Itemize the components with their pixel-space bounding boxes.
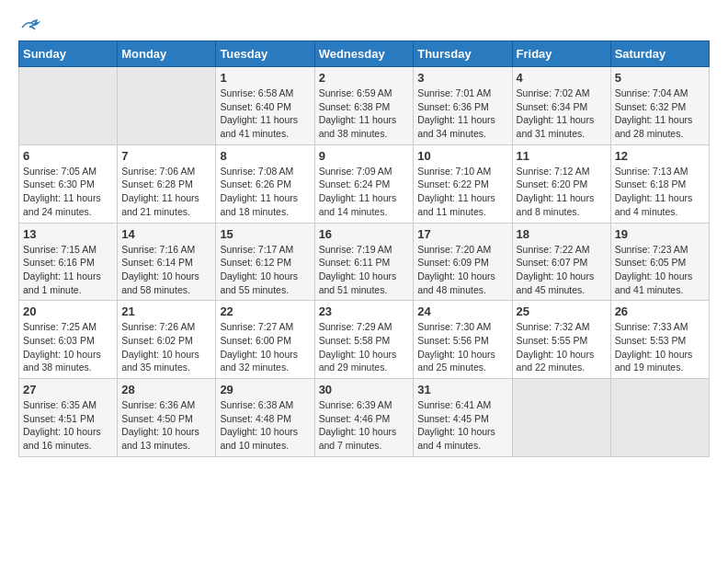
calendar-cell: 10Sunrise: 7:10 AM Sunset: 6:22 PM Dayli… [414, 144, 512, 223]
calendar-cell: 23Sunrise: 7:29 AM Sunset: 5:58 PM Dayli… [314, 301, 414, 379]
day-info: Sunrise: 7:25 AM Sunset: 6:03 PM Dayligh… [23, 320, 113, 374]
day-info: Sunrise: 7:32 AM Sunset: 5:55 PM Dayligh… [517, 320, 607, 374]
day-info: Sunrise: 7:20 AM Sunset: 6:09 PM Dayligh… [417, 243, 507, 297]
calendar-week-row: 27Sunrise: 6:35 AM Sunset: 4:51 PM Dayli… [19, 379, 710, 457]
calendar-cell: 8Sunrise: 7:08 AM Sunset: 6:26 PM Daylig… [216, 144, 314, 223]
day-number: 5 [615, 71, 705, 85]
calendar-cell: 12Sunrise: 7:13 AM Sunset: 6:18 PM Dayli… [610, 144, 709, 223]
logo [18, 18, 40, 31]
day-number: 6 [23, 149, 113, 163]
day-info: Sunrise: 7:05 AM Sunset: 6:30 PM Dayligh… [23, 165, 113, 219]
calendar-cell: 21Sunrise: 7:26 AM Sunset: 6:02 PM Dayli… [118, 301, 216, 379]
day-number: 23 [319, 304, 410, 318]
day-info: Sunrise: 7:08 AM Sunset: 6:26 PM Dayligh… [220, 165, 310, 219]
calendar-cell: 16Sunrise: 7:19 AM Sunset: 6:11 PM Dayli… [314, 223, 414, 301]
day-info: Sunrise: 6:35 AM Sunset: 4:51 PM Dayligh… [23, 398, 113, 453]
weekday-header: Friday [512, 41, 610, 67]
day-info: Sunrise: 7:16 AM Sunset: 6:14 PM Dayligh… [121, 243, 211, 297]
day-info: Sunrise: 7:01 AM Sunset: 6:36 PM Dayligh… [417, 86, 507, 141]
calendar-cell: 7Sunrise: 7:06 AM Sunset: 6:28 PM Daylig… [118, 144, 216, 223]
calendar-cell [118, 67, 216, 145]
day-info: Sunrise: 7:04 AM Sunset: 6:32 PM Dayligh… [615, 86, 705, 141]
day-info: Sunrise: 7:15 AM Sunset: 6:16 PM Dayligh… [23, 243, 113, 297]
day-number: 9 [319, 149, 410, 163]
day-number: 29 [220, 383, 310, 396]
day-number: 4 [517, 71, 607, 85]
day-info: Sunrise: 7:17 AM Sunset: 6:12 PM Dayligh… [220, 243, 310, 297]
day-info: Sunrise: 6:39 AM Sunset: 4:46 PM Dayligh… [319, 398, 410, 453]
day-number: 3 [417, 71, 507, 85]
day-number: 1 [220, 71, 310, 85]
day-number: 21 [121, 304, 211, 318]
day-number: 11 [517, 149, 607, 163]
day-number: 14 [121, 227, 211, 241]
calendar-cell: 22Sunrise: 7:27 AM Sunset: 6:00 PM Dayli… [216, 301, 314, 379]
day-number: 7 [121, 149, 211, 163]
day-number: 22 [220, 304, 310, 318]
calendar-cell [19, 67, 118, 145]
calendar-cell [610, 379, 709, 457]
day-info: Sunrise: 7:10 AM Sunset: 6:22 PM Dayligh… [417, 165, 507, 219]
day-number: 2 [319, 71, 410, 85]
calendar-week-row: 13Sunrise: 7:15 AM Sunset: 6:16 PM Dayli… [19, 223, 710, 301]
calendar-cell: 17Sunrise: 7:20 AM Sunset: 6:09 PM Dayli… [414, 223, 512, 301]
day-number: 18 [517, 227, 607, 241]
day-number: 10 [417, 149, 507, 163]
calendar-cell: 31Sunrise: 6:41 AM Sunset: 4:45 PM Dayli… [414, 379, 512, 457]
day-info: Sunrise: 7:22 AM Sunset: 6:07 PM Dayligh… [517, 243, 607, 297]
day-info: Sunrise: 6:58 AM Sunset: 6:40 PM Dayligh… [220, 86, 310, 141]
day-number: 31 [417, 383, 507, 396]
day-info: Sunrise: 7:12 AM Sunset: 6:20 PM Dayligh… [517, 165, 607, 219]
day-number: 27 [23, 383, 113, 396]
weekday-header: Tuesday [216, 41, 314, 67]
calendar-cell: 6Sunrise: 7:05 AM Sunset: 6:30 PM Daylig… [19, 144, 118, 223]
day-info: Sunrise: 7:27 AM Sunset: 6:00 PM Dayligh… [220, 320, 310, 374]
day-info: Sunrise: 7:23 AM Sunset: 6:05 PM Dayligh… [615, 243, 705, 297]
calendar-cell: 1Sunrise: 6:58 AM Sunset: 6:40 PM Daylig… [216, 67, 314, 145]
calendar-cell: 2Sunrise: 6:59 AM Sunset: 6:38 PM Daylig… [314, 67, 414, 145]
calendar-week-row: 1Sunrise: 6:58 AM Sunset: 6:40 PM Daylig… [19, 67, 710, 145]
calendar-table: SundayMondayTuesdayWednesdayThursdayFrid… [18, 40, 710, 457]
day-info: Sunrise: 7:26 AM Sunset: 6:02 PM Dayligh… [121, 320, 211, 374]
calendar-cell: 30Sunrise: 6:39 AM Sunset: 4:46 PM Dayli… [314, 379, 414, 457]
day-number: 13 [23, 227, 113, 241]
day-number: 15 [220, 227, 310, 241]
day-number: 20 [23, 304, 113, 318]
day-number: 17 [417, 227, 507, 241]
day-number: 24 [417, 304, 507, 318]
day-number: 28 [121, 383, 211, 396]
calendar-cell: 3Sunrise: 7:01 AM Sunset: 6:36 PM Daylig… [414, 67, 512, 145]
calendar-cell: 29Sunrise: 6:38 AM Sunset: 4:48 PM Dayli… [216, 379, 314, 457]
day-info: Sunrise: 7:30 AM Sunset: 5:56 PM Dayligh… [417, 320, 507, 374]
day-info: Sunrise: 7:06 AM Sunset: 6:28 PM Dayligh… [121, 165, 211, 219]
day-number: 12 [615, 149, 705, 163]
day-info: Sunrise: 7:29 AM Sunset: 5:58 PM Dayligh… [319, 320, 410, 374]
day-number: 30 [319, 383, 410, 396]
calendar-cell: 27Sunrise: 6:35 AM Sunset: 4:51 PM Dayli… [19, 379, 118, 457]
header-row: SundayMondayTuesdayWednesdayThursdayFrid… [19, 41, 710, 67]
calendar-week-row: 20Sunrise: 7:25 AM Sunset: 6:03 PM Dayli… [19, 301, 710, 379]
weekday-header: Sunday [19, 41, 118, 67]
day-info: Sunrise: 7:13 AM Sunset: 6:18 PM Dayligh… [615, 165, 705, 219]
day-number: 19 [615, 227, 705, 241]
calendar-cell: 9Sunrise: 7:09 AM Sunset: 6:24 PM Daylig… [314, 144, 414, 223]
weekday-header: Wednesday [314, 41, 414, 67]
day-info: Sunrise: 6:38 AM Sunset: 4:48 PM Dayligh… [220, 398, 310, 453]
day-info: Sunrise: 7:19 AM Sunset: 6:11 PM Dayligh… [319, 243, 410, 297]
day-info: Sunrise: 6:41 AM Sunset: 4:45 PM Dayligh… [417, 398, 507, 453]
weekday-header: Saturday [610, 41, 709, 67]
calendar-cell: 14Sunrise: 7:16 AM Sunset: 6:14 PM Dayli… [118, 223, 216, 301]
day-info: Sunrise: 7:02 AM Sunset: 6:34 PM Dayligh… [517, 86, 607, 141]
calendar-cell: 28Sunrise: 6:36 AM Sunset: 4:50 PM Dayli… [118, 379, 216, 457]
calendar-cell: 11Sunrise: 7:12 AM Sunset: 6:20 PM Dayli… [512, 144, 610, 223]
calendar-cell: 15Sunrise: 7:17 AM Sunset: 6:12 PM Dayli… [216, 223, 314, 301]
day-info: Sunrise: 6:36 AM Sunset: 4:50 PM Dayligh… [121, 398, 211, 453]
calendar-cell: 5Sunrise: 7:04 AM Sunset: 6:32 PM Daylig… [610, 67, 709, 145]
day-number: 25 [517, 304, 607, 318]
calendar-cell: 4Sunrise: 7:02 AM Sunset: 6:34 PM Daylig… [512, 67, 610, 145]
calendar-cell [512, 379, 610, 457]
day-info: Sunrise: 6:59 AM Sunset: 6:38 PM Dayligh… [319, 86, 410, 141]
calendar-cell: 18Sunrise: 7:22 AM Sunset: 6:07 PM Dayli… [512, 223, 610, 301]
day-info: Sunrise: 7:33 AM Sunset: 5:53 PM Dayligh… [615, 320, 705, 374]
weekday-header: Thursday [414, 41, 512, 67]
